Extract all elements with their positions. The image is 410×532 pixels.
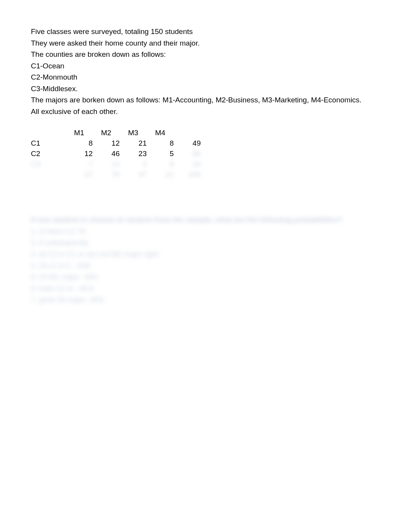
- cell-total-blurred: 86: [174, 148, 201, 159]
- questions-blurred: If one student is chosen at random from …: [31, 214, 379, 305]
- cell-total: 15: [174, 159, 201, 169]
- intro-line-7: The majors are borken down as follows: M…: [31, 95, 379, 105]
- question-heading: If one student is chosen at random from …: [31, 214, 379, 225]
- intro-line-5: C2-Monmouth: [31, 72, 379, 83]
- cell-value: 21: [120, 138, 147, 148]
- question-line: 5. Of M1 major: 18%: [31, 272, 379, 282]
- cell-value: 12: [93, 138, 120, 148]
- table-row: C1 8 12 21 8 49: [31, 138, 201, 148]
- intro-line-1: Five classes were surveyed, totaling 150…: [31, 26, 379, 37]
- question-line: 7. given M major: 18%: [31, 294, 379, 305]
- cell-value: 5: [147, 148, 174, 159]
- cell-value: 8: [66, 138, 93, 148]
- row-label: C2: [31, 148, 50, 159]
- cell-value: 8: [147, 159, 174, 169]
- data-table: M1 M2 M3 M4 C1 8 12 21 8 49 C2 12 46 23 …: [31, 127, 379, 180]
- question-line: 6. both C2 or : All 8: [31, 283, 379, 294]
- cell-value: 8: [147, 138, 174, 148]
- col-header-m3: M3: [120, 127, 147, 138]
- intro-line-4: C1-Ocean: [31, 61, 379, 71]
- cell-value: 23: [120, 148, 147, 159]
- cell-value: 27: [66, 169, 93, 180]
- row-label: [31, 169, 50, 180]
- question-line: 4. On C in C : 608.: [31, 260, 379, 271]
- row-label: C3: [31, 159, 50, 169]
- intro-line-6: C3-Middlesex.: [31, 83, 379, 94]
- table-header-row: M1 M2 M3 M4: [31, 127, 201, 138]
- cell-total: 49: [174, 138, 201, 148]
- cell-value: 12: [66, 148, 93, 159]
- question-line: 1. of them C1 ?8.: [31, 226, 379, 237]
- question-line: 3. at C2 in C1 or are not M2 major right…: [31, 249, 379, 260]
- row-label: C1: [31, 138, 50, 148]
- col-header-m1: M1: [66, 127, 93, 138]
- cell-value: 12: [93, 159, 120, 169]
- intro-line-2: They were asked their home county and th…: [31, 38, 379, 49]
- question-line: 2. A subsequently: [31, 237, 379, 248]
- col-header-m4: M4: [147, 127, 174, 138]
- cell-value: 47: [120, 169, 147, 180]
- cell-value: 3: [120, 159, 147, 169]
- cell-value: 21: [147, 169, 174, 180]
- cell-value: 46: [93, 148, 120, 159]
- intro-line-8: All exclusive of each other.: [31, 106, 379, 117]
- cell-total: 150: [174, 169, 201, 180]
- cell-value: 70: [93, 169, 120, 180]
- table-row: C2 12 46 23 5 86: [31, 148, 201, 159]
- col-header-m2: M2: [93, 127, 120, 138]
- table-row-blurred: C3 7 12 3 8 15: [31, 159, 201, 169]
- intro-text: Five classes were surveyed, totaling 150…: [31, 26, 379, 117]
- table-row-blurred: 27 70 47 21 150: [31, 169, 201, 180]
- cell-value: 7: [66, 159, 93, 169]
- intro-line-3: The counties are broken down as follows:: [31, 49, 379, 60]
